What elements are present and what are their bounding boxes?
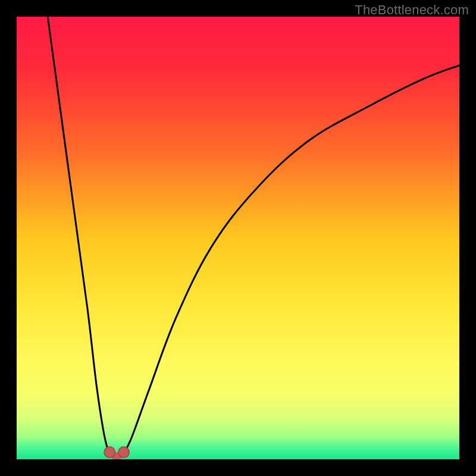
watermark-text: TheBottleneck.com: [355, 2, 469, 18]
plot-area: [17, 17, 459, 459]
right-branch-curve: [123, 65, 459, 455]
left-branch-curve: [48, 17, 111, 455]
chart-stage: TheBottleneck.com: [0, 0, 476, 476]
curve-layer: [17, 17, 459, 459]
dip-marker-right: [118, 447, 129, 458]
dip-marker-left: [104, 447, 115, 458]
